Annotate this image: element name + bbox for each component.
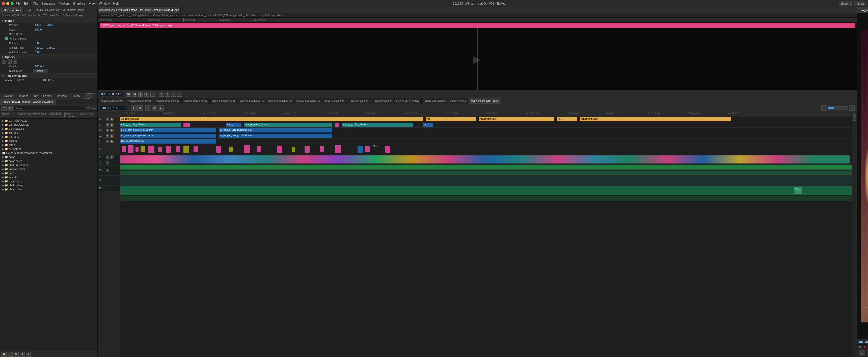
clip-linked-comp-2[interactable]: 02_040pm_Lets.go.color.bl.mov [219,128,332,132]
clip-small-5[interactable] [148,145,154,153]
seq-tab-8[interactable]: Issuer 15 second [322,98,346,104]
seq-tab-4[interactable]: Nested Sequence 59 [210,98,238,104]
file-row-17[interactable]: ▶ 📁vfx renders [0,187,97,191]
file-row-4[interactable]: ▶ 📁04_VFX [0,135,97,139]
btn-go-start[interactable]: ⏮ [126,92,131,97]
clip-audio-4[interactable] [120,186,852,195]
menu-item-view[interactable]: View [89,2,95,5]
import-button[interactable]: Import [854,1,866,6]
timeline-tracks[interactable]: 00:00:15:00 00:00:30:00 00:00:45:00 00:0… [120,112,852,357]
anchor-y[interactable]: 2880.0 [47,46,56,49]
clip-audio-main[interactable] [120,165,852,169]
tab-browser[interactable]: Browser [0,93,15,99]
clip-linked-comp-1[interactable]: 01_040pm_Lets.go.color.bl.mov [120,128,216,132]
seq-tab-6[interactable]: Nested Sequence 09 [266,98,294,104]
seq-tab-13[interactable]: delivery render [448,98,469,104]
menu-item-clip[interactable]: Clip [33,2,38,5]
source-clip-bar[interactable]: 052323_Will.i.am_LetsGo_007 Linked Comp … [100,23,855,28]
btn-step-fwd[interactable]: ▶ [144,92,149,97]
tab-project-2023[interactable]: Project: 2023 reel [83,93,97,99]
track-v3-eye[interactable]: 👁 [106,129,109,132]
rotation-value[interactable]: 0.0 [35,42,39,45]
track-v5-eye[interactable]: 👁 [106,118,109,121]
file-row-10[interactable]: ▶ 📁color notes [0,159,97,163]
file-row-13[interactable]: ▶ 📁flares [0,171,97,175]
tl-btn-stop[interactable]: ■ [137,105,143,111]
seq-tab-3[interactable]: Nested Sequence 62 [182,98,210,104]
clip-adjustment-layer-1[interactable]: Adjustment Layer [120,117,423,121]
track-v2-lock[interactable]: 🔒 [110,134,114,138]
clip-small-10[interactable] [193,146,198,152]
seq-tab-12[interactable]: trailers 1a1 renders [422,98,448,104]
prog-btn-go-start[interactable]: ⏮ [867,350,868,356]
clip-audio-2[interactable] [120,170,852,175]
file-row-9[interactable]: ▶ 📁color 2 [0,155,97,159]
file-row-16[interactable]: ▶ 📁vfx finishing [0,183,97,187]
close-button[interactable] [2,2,5,5]
btn-insert[interactable]: ↙ [171,92,176,97]
tl-btn-play[interactable]: ▶ [131,105,136,111]
clip-small-12[interactable] [229,147,232,152]
clip-blue-1[interactable]: Lets_l [226,123,242,127]
find-button[interactable]: 🔍 [13,352,19,357]
tl-marker-btn[interactable]: ◆ [158,105,163,111]
tab-project-active[interactable]: Project: 101223_Will.i.am_LetsGo_009.prp… [0,99,56,105]
clip-small-11[interactable] [216,146,221,153]
file-row-5[interactable]: ▶ 📁assets [0,139,97,143]
track-a2-mute[interactable]: M [106,161,109,164]
position-x[interactable]: 4320.0 [35,24,43,27]
file-row-0[interactable]: ▶ 📁01_FOOTAGE [0,119,97,123]
file-row-8[interactable]: 📄c:/users/andrewawonaho/Desktop/will.i.a… [0,151,97,155]
clip-small-4[interactable] [141,146,145,152]
tab-info[interactable]: Info [31,93,41,99]
seq-tab-5[interactable]: Nested Sequence 41 [238,98,266,104]
clip-adjustment-layer-4[interactable]: Adj. [557,117,577,121]
tab-markers[interactable]: Markers [54,93,69,99]
clip-adjustment-layer-5[interactable]: Adjustment Layer [580,117,731,121]
opacity-icon-2[interactable]: ◇ [7,60,11,64]
opacity-icon-3[interactable]: ✎ [13,60,17,64]
file-row-7[interactable]: ▶ 📁AE comps [0,147,97,151]
clip-mc[interactable]: Mc. [423,123,433,127]
clip-small-19[interactable] [335,145,341,153]
clip-small-22[interactable] [385,146,390,153]
menu-item-graphics[interactable]: Graphics [73,2,85,5]
anchor-x[interactable]: 4320.0 [35,46,43,49]
clip-small-21[interactable] [365,146,370,152]
file-row-6[interactable]: ▶ 📁audio [0,143,97,147]
opacity-value[interactable]: 100.0 % [35,65,45,68]
settings-button[interactable]: ⚙ [26,352,31,357]
clip-audio-3[interactable] [120,176,852,185]
track-v1-lock[interactable]: 🔒 [110,140,114,143]
btn-mark-out[interactable]: } [165,92,170,97]
tl-edge-btn-2[interactable]: - [852,117,856,121]
clip-small-3[interactable] [135,147,138,152]
menu-item-markers[interactable]: Markers [59,2,70,5]
track-main-bar[interactable] [120,155,849,163]
clip-small-14[interactable] [257,146,261,152]
tab-libraries[interactable]: Libraries [15,93,31,99]
uniform-scale-checkbox[interactable] [5,37,8,40]
program-timecode[interactable]: 00:00:07:12 [859,340,868,344]
file-row-2[interactable]: ▶ 📁03_ASSETS [0,127,97,131]
clip-lets-go-color-2[interactable]: Lets_go_color_v4l.mov [244,123,332,127]
clip-small-pink-2[interactable] [335,123,339,127]
source-timecode[interactable]: 00:00:07:12 [100,92,123,96]
seq-tab-11[interactable]: trailers 1649 renders [394,98,422,104]
seq-tab-9[interactable]: Trailer 15 second [346,98,370,104]
btn-overwrite[interactable]: ↘ [177,92,182,97]
clip-small-13[interactable] [244,145,250,153]
track-a1-solo[interactable]: S [110,155,114,159]
clip-small-8[interactable] [176,146,180,152]
export-button[interactable]: Export [839,1,851,6]
file-row-14[interactable]: ▶ 📁selects [0,175,97,179]
seq-tab-10[interactable]: Trailer 30 second [370,98,394,104]
tab-audio-clip-mixer[interactable]: Audio Clip Mixer: edit 4 vfx conform_pol… [34,7,87,13]
icon-view-button[interactable]: ⊞ [7,106,12,111]
clip-small-18[interactable] [320,146,324,152]
file-row-12[interactable]: ▶ 📁finished color [0,167,97,171]
clip-linked-comp-v2-2[interactable]: 02_040pm_Lets.go.color.bl.mov [219,134,332,138]
track-v1-eye[interactable]: 👁 [106,140,109,143]
menu-item-file[interactable]: File [16,2,21,5]
clip-small-pink-1[interactable] [183,123,190,127]
